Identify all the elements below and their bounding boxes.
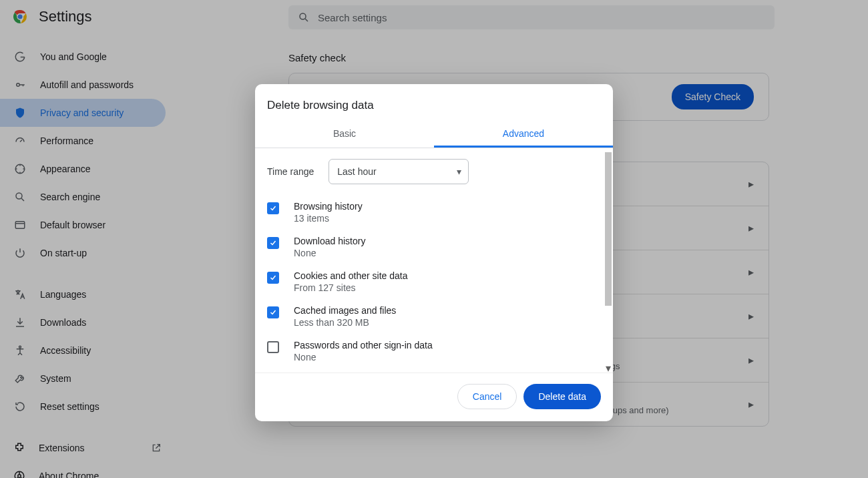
- tab-advanced[interactable]: Advanced: [434, 122, 613, 148]
- option-row: Passwords and other sign-in dataNone: [267, 334, 601, 369]
- option-title: Cookies and other site data: [294, 270, 407, 281]
- option-subtitle: From 127 sites: [294, 282, 407, 293]
- delete-browsing-data-dialog: Delete browsing data Basic Advanced Time…: [255, 84, 613, 421]
- option-title: Cached images and files: [294, 305, 396, 316]
- time-range-value: Last hour: [337, 166, 376, 177]
- option-row: Auto-fill form data: [267, 369, 601, 373]
- option-subtitle: None: [294, 248, 365, 258]
- option-subtitle: None: [294, 352, 433, 363]
- option-row: Download historyNone: [267, 230, 601, 264]
- checkbox[interactable]: [267, 202, 279, 214]
- checkbox[interactable]: [267, 272, 279, 284]
- dialog-scrollbar[interactable]: ▾: [605, 152, 612, 369]
- checkbox[interactable]: [267, 341, 279, 353]
- dialog-tabs: Basic Advanced: [255, 122, 613, 148]
- caret-down-icon: ▾: [457, 166, 461, 177]
- option-subtitle: Less than 320 MB: [294, 317, 396, 328]
- scrollbar-thumb[interactable]: [605, 152, 612, 306]
- delete-data-button[interactable]: Delete data: [523, 384, 601, 409]
- option-row: Cached images and filesLess than 320 MB: [267, 299, 601, 334]
- option-subtitle: 13 items: [294, 213, 363, 224]
- tab-basic[interactable]: Basic: [255, 122, 434, 148]
- checkbox[interactable]: [267, 306, 279, 318]
- dialog-actions: Cancel Delete data: [255, 373, 613, 421]
- option-row: Browsing history13 items: [267, 195, 601, 230]
- dialog-title: Delete browsing data: [255, 84, 613, 122]
- time-range-label: Time range: [267, 166, 314, 177]
- time-range-select[interactable]: Last hour ▾: [329, 159, 469, 184]
- option-title: Browsing history: [294, 201, 363, 212]
- cancel-button[interactable]: Cancel: [457, 384, 517, 409]
- option-title: Download history: [294, 236, 365, 246]
- scrollbar-down-arrow[interactable]: ▾: [605, 365, 612, 371]
- option-row: Cookies and other site dataFrom 127 site…: [267, 264, 601, 299]
- option-title: Passwords and other sign-in data: [294, 340, 433, 350]
- dialog-body: Time range Last hour ▾ Browsing history1…: [255, 148, 613, 373]
- checkbox[interactable]: [267, 237, 279, 249]
